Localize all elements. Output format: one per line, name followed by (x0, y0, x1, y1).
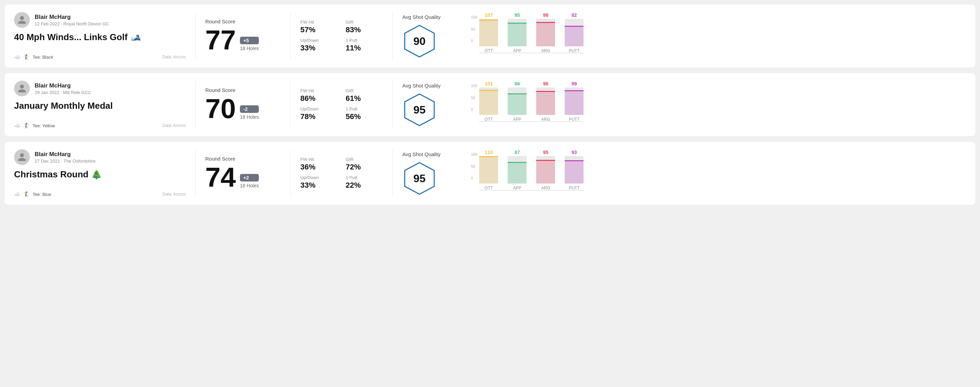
bottom-row: ☁️ 🏌 Tee: Blue Data: Arccos (14, 191, 186, 197)
divider-1 (195, 81, 196, 128)
bar-column: 101 OTT (479, 81, 498, 122)
round-card: Blair McHarg 29 Jan 2022 · Mill Ride GCC… (4, 73, 976, 136)
user-info: Blair McHarg 29 Jan 2022 · Mill Ride GCC (35, 82, 91, 95)
user-row: Blair McHarg 12 Feb 2022 · Royal North D… (14, 12, 186, 28)
divider-3 (392, 81, 393, 128)
score-badge: -2 (240, 105, 259, 113)
bar-column: 95 ARG (536, 149, 555, 190)
score-badge: +2 (240, 174, 259, 181)
round-card: Blair McHarg 27 Dec 2021 · The Oxfordshi… (4, 141, 976, 205)
y-axis: 100 50 0 (471, 16, 477, 43)
updown-stat: Up/Down 33% (300, 175, 337, 190)
weather-icon: ☁️ (14, 191, 21, 197)
tee-info: ☁️ 🏌 Tee: Black (14, 54, 53, 60)
gir-label: GIR (346, 88, 383, 93)
bar-fill-bg (508, 23, 527, 46)
left-section: Blair McHarg 27 Dec 2021 · The Oxfordshi… (14, 149, 186, 197)
bar-bg (536, 156, 555, 184)
divider-3 (392, 12, 393, 60)
user-date: 29 Jan 2022 · Mill Ride GCC (35, 90, 91, 95)
chart-outer: 100 50 0 110 OTT 87 (471, 149, 966, 197)
user-icon (17, 15, 27, 25)
bar-fill-bg (565, 90, 584, 115)
oneputt-stat: 1 Putt 22% (346, 175, 383, 190)
bar-fill-bg (508, 93, 527, 115)
bar-value: 99 (571, 81, 577, 86)
shot-quality-section: Avg Shot Quality 95 (402, 81, 464, 128)
bar-fill-bg (479, 90, 498, 115)
bar-bg (565, 87, 584, 115)
y-tick-100: 100 (471, 153, 477, 157)
score-row: 74 +2 18 Holes (205, 163, 281, 191)
y-tick-50: 50 (471, 96, 477, 100)
score-number: 74 (205, 163, 236, 191)
user-icon (17, 152, 27, 162)
bar-column: 93 PUTT (565, 149, 584, 190)
hexagon-container: 90 (402, 24, 437, 58)
bar-bg (479, 19, 498, 46)
user-info: Blair McHarg 27 Dec 2021 · The Oxfordshi… (35, 151, 96, 163)
bar-value: 107 (485, 12, 493, 18)
bar-fill-bg (536, 22, 555, 46)
holes-text: 18 Holes (240, 114, 259, 120)
sq-label: Avg Shot Quality (402, 151, 441, 157)
hexagon: 90 (402, 24, 437, 58)
gir-stat: GIR 83% (346, 19, 383, 34)
tee-info: ☁️ 🏌 Tee: Blue (14, 191, 51, 197)
score-badge-col: +2 18 Holes (240, 174, 259, 191)
golf-bag-icon: 🏌 (23, 54, 30, 60)
stats-section: FW Hit 57% GIR 83% Up/Down 33% 1 Putt 11… (300, 12, 383, 60)
y-axis: 100 50 0 (471, 84, 477, 111)
fw-hit-value: 86% (300, 94, 337, 103)
score-label: Round Score (205, 19, 281, 24)
divider-1 (195, 12, 196, 60)
holes-text: 18 Holes (240, 46, 259, 51)
fw-hit-label: FW Hit (300, 88, 337, 93)
left-section: Blair McHarg 29 Jan 2022 · Mill Ride GCC… (14, 81, 186, 128)
avatar (14, 149, 30, 165)
fw-hit-label: FW Hit (300, 157, 337, 162)
updown-value: 33% (300, 44, 337, 52)
bar-bg (536, 19, 555, 46)
bar-fill-bg (508, 162, 527, 184)
bar-bg (565, 19, 584, 46)
bar-chart: 101 OTT 86 APP 96 (479, 84, 584, 128)
divider-1 (195, 149, 196, 197)
updown-stat: Up/Down 33% (300, 38, 337, 52)
bar-column: 82 PUTT (565, 12, 584, 53)
tee-info: ☁️ 🏌 Tee: Yellow (14, 122, 55, 128)
weather-icon: ☁️ (14, 122, 21, 128)
score-label: Round Score (205, 156, 281, 162)
bar-fill-bg (479, 156, 498, 184)
bar-value: 93 (571, 149, 577, 155)
round-title: January Monthly Medal (14, 100, 186, 111)
chart-baseline (479, 121, 584, 122)
hexagon: 95 (402, 93, 437, 127)
weather-icon: ☁️ (14, 54, 21, 60)
bar-marker (508, 93, 527, 94)
bar-bg (508, 156, 527, 184)
score-section: Round Score 77 +5 18 Holes (205, 12, 281, 60)
tee-label: Tee: Black (33, 54, 53, 60)
bar-fill-bg (565, 26, 584, 46)
bar-column: 86 APP (508, 81, 527, 122)
stats-grid: FW Hit 57% GIR 83% Up/Down 33% 1 Putt 11… (300, 19, 383, 52)
bar-label: OTT (485, 186, 493, 190)
bar-value: 95 (515, 12, 520, 18)
bottom-row: ☁️ 🏌 Tee: Black Data: Arccos (14, 54, 186, 60)
shot-quality-section: Avg Shot Quality 95 (402, 149, 464, 197)
score-row: 70 -2 18 Holes (205, 95, 281, 122)
stats-section: FW Hit 86% GIR 61% Up/Down 78% 1 Putt 56… (300, 81, 383, 128)
bar-label: PUTT (569, 186, 579, 190)
round-title: 40 Mph Winds... Links Golf 🎿 (14, 32, 186, 43)
fw-hit-stat: FW Hit 57% (300, 19, 337, 34)
bar-marker (508, 162, 527, 163)
shot-quality-section: Avg Shot Quality 90 (402, 12, 464, 60)
y-axis: 100 50 0 (471, 153, 477, 180)
hexagon-container: 95 (402, 161, 437, 195)
fw-hit-stat: FW Hit 36% (300, 157, 337, 171)
score-label: Round Score (205, 87, 281, 93)
bar-bg (508, 19, 527, 46)
bar-marker (536, 160, 555, 161)
updown-stat: Up/Down 78% (300, 106, 337, 121)
